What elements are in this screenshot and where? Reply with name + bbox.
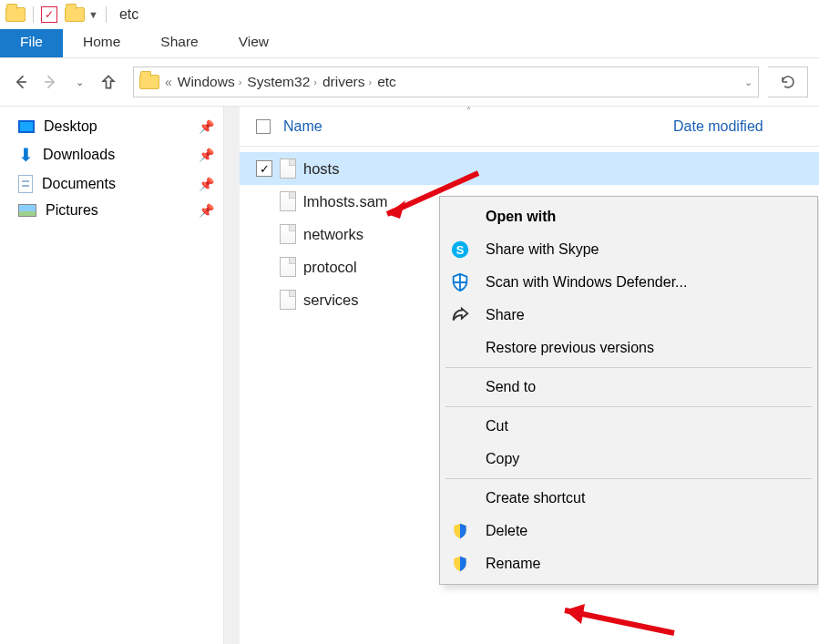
share-icon [447,305,473,325]
menu-separator [445,478,812,479]
chevron-right-icon[interactable]: › [368,77,372,87]
title-bar: ✓ ▼ etc [0,0,819,29]
tab-share[interactable]: Share [140,29,218,57]
sidebar-item-label: Downloads [43,147,115,163]
svg-text:S: S [456,243,465,257]
shield-icon [447,272,473,292]
menu-restore-previous[interactable]: Restore previous versions [442,332,815,364]
column-headers: ˄ Name Date modified [240,107,819,147]
address-bar[interactable]: « Windows› System32› drivers› etc ⌄ [133,66,759,97]
quick-access-dropdown[interactable]: ▼ [65,7,98,22]
breadcrumb-label: System32 [247,74,310,90]
sidebar-item-documents[interactable]: Documents 📌 [4,170,220,198]
file-name: protocol [303,259,357,276]
chevron-down-icon: ▼ [88,9,98,20]
sort-indicator-icon: ˄ [466,106,471,116]
pin-icon: 📌 [199,119,214,134]
menu-open-with[interactable]: Open with [442,200,815,233]
chevron-down-icon: ⌄ [76,77,84,88]
menu-separator [445,406,812,407]
forward-button[interactable] [40,72,60,92]
context-menu[interactable]: Open with S Share with Skype Scan with W… [439,196,818,585]
folder-icon [139,75,159,89]
tab-view[interactable]: View [219,29,289,57]
separator [33,6,34,23]
column-name[interactable]: ˄ Name [276,118,657,135]
breadcrumb-item[interactable]: drivers› [322,74,372,90]
chevron-right-icon[interactable]: › [313,77,317,87]
tab-file[interactable]: File [0,29,63,57]
address-dropdown-icon[interactable]: ⌄ [744,77,752,88]
menu-label: Scan with Windows Defender... [486,274,687,291]
uac-shield-icon [447,522,473,540]
pictures-icon [18,204,36,217]
file-name: networks [303,226,363,243]
menu-label: Create shortcut [486,490,585,506]
chevron-right-icon[interactable]: › [239,77,242,87]
folder-icon [65,7,85,22]
menu-send-to[interactable]: Send to [442,371,815,404]
refresh-button[interactable] [768,66,808,97]
separator [106,6,107,23]
file-icon [280,224,296,244]
sidebar-item-downloads[interactable]: ⬇ Downloads 📌 [4,139,220,170]
column-date-modified[interactable]: Date modified [657,118,763,135]
select-mode-icon[interactable]: ✓ [41,6,57,23]
back-button[interactable] [11,72,31,92]
sidebar-item-label: Documents [42,176,116,192]
skype-icon: S [447,240,473,260]
window-title: etc [119,6,138,23]
menu-delete[interactable]: Delete [442,515,815,547]
up-button[interactable] [98,72,118,92]
uac-shield-icon [447,555,473,573]
menu-label: Send to [486,379,536,395]
row-checkbox[interactable]: ✓ [256,160,272,177]
menu-label: Cut [486,418,508,434]
select-all-checkbox[interactable] [256,119,276,134]
folder-icon [5,7,26,22]
pin-icon: 📌 [199,203,214,218]
pin-icon: 📌 [199,148,214,162]
sidebar-scrollbar[interactable] [223,107,240,644]
sidebar-item-pictures[interactable]: Pictures 📌 [4,198,220,223]
tab-home[interactable]: Home [63,29,140,57]
document-icon [18,175,33,193]
breadcrumb-item[interactable]: System32› [247,74,317,90]
sidebar-item-label: Pictures [46,202,98,219]
menu-cut[interactable]: Cut [442,410,815,443]
file-icon [280,257,296,277]
menu-label: Share with Skype [486,241,599,258]
menu-label: Rename [486,556,540,572]
menu-create-shortcut[interactable]: Create shortcut [442,482,815,515]
menu-separator [445,367,812,368]
desktop-icon [18,120,35,133]
nav-row: ⌄ « Windows› System32› drivers› etc ⌄ [0,58,819,106]
pin-icon: 📌 [199,177,214,191]
menu-rename[interactable]: Rename [442,547,815,580]
breadcrumb-item[interactable]: etc [377,74,396,90]
column-label: Name [283,118,322,134]
file-icon [280,290,296,310]
menu-label: Share [486,307,525,323]
ribbon: File Home Share View [0,29,819,58]
menu-label: Restore previous versions [486,340,654,356]
file-icon [280,191,296,211]
column-label: Date modified [673,118,763,134]
menu-label: Copy [486,451,519,467]
breadcrumb-label: etc [377,74,396,90]
file-name: hosts [303,160,339,178]
file-row[interactable]: ✓ hosts [240,152,819,185]
sidebar-item-desktop[interactable]: Desktop 📌 [4,114,220,139]
sidebar[interactable]: Desktop 📌 ⬇ Downloads 📌 Documents 📌 Pict… [0,107,223,644]
breadcrumb-item[interactable]: Windows› [178,74,242,90]
menu-share-skype[interactable]: S Share with Skype [442,233,815,266]
breadcrumb-label: drivers [322,74,365,90]
recent-locations-dropdown[interactable]: ⌄ [69,72,89,92]
sidebar-item-label: Desktop [44,118,97,135]
download-icon: ⬇ [18,144,34,166]
menu-copy[interactable]: Copy [442,443,815,475]
menu-share[interactable]: Share [442,299,815,332]
menu-scan-defender[interactable]: Scan with Windows Defender... [442,266,815,299]
file-name: lmhosts.sam [303,193,388,210]
overflow-chevron-icon[interactable]: « [165,75,172,89]
